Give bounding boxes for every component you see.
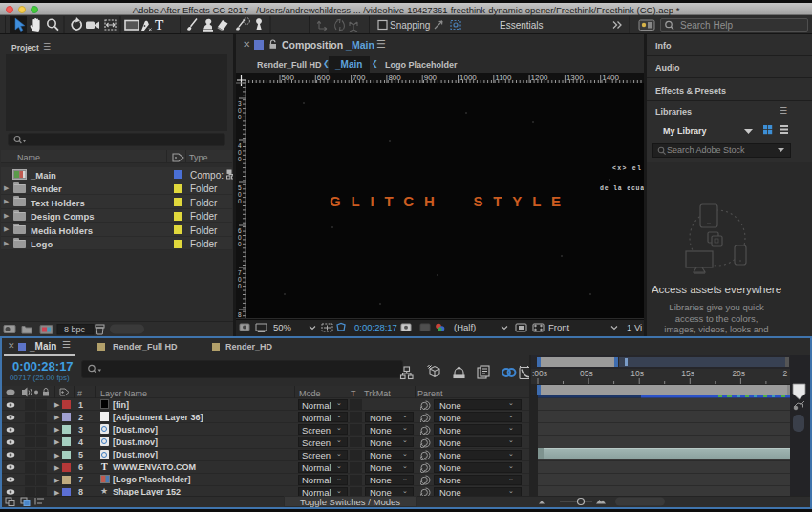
- svg-text:20s: 20s: [732, 369, 745, 378]
- svg-text:1200: 1200: [531, 74, 548, 82]
- svg-text:900: 900: [424, 74, 438, 82]
- svg-text:600: 600: [317, 74, 331, 82]
- svg-text:15s: 15s: [681, 369, 694, 378]
- svg-text:5: 5: [238, 184, 242, 191]
- svg-text:0: 0: [238, 149, 242, 156]
- svg-text:0: 0: [238, 156, 242, 162]
- svg-text:0: 0: [238, 283, 242, 289]
- svg-text:0: 0: [238, 114, 242, 120]
- svg-text:800: 800: [388, 74, 401, 82]
- svg-text:10s: 10s: [630, 369, 644, 378]
- svg-text:500: 500: [282, 74, 295, 82]
- svg-text:3: 3: [238, 100, 242, 107]
- svg-text:6: 6: [238, 227, 242, 234]
- svg-text:0: 0: [238, 198, 242, 204]
- svg-text:1000: 1000: [459, 74, 477, 82]
- svg-text:2: 2: [783, 369, 788, 378]
- svg-text:1400: 1400: [602, 74, 619, 82]
- svg-text:700: 700: [353, 74, 366, 82]
- svg-text:4: 4: [238, 142, 242, 149]
- svg-text:0: 0: [238, 241, 242, 247]
- svg-text:0: 0: [238, 276, 242, 283]
- svg-text:0: 0: [238, 107, 242, 114]
- svg-text::00s: :00s: [532, 369, 547, 378]
- svg-text:8: 8: [238, 311, 242, 318]
- svg-text:7: 7: [238, 269, 242, 276]
- svg-text:0: 0: [238, 191, 242, 198]
- svg-text:1100: 1100: [495, 74, 512, 82]
- svg-text:1300: 1300: [566, 74, 584, 82]
- svg-text:05s: 05s: [580, 369, 593, 378]
- svg-text:T: T: [155, 18, 164, 32]
- svg-text:0: 0: [238, 234, 242, 241]
